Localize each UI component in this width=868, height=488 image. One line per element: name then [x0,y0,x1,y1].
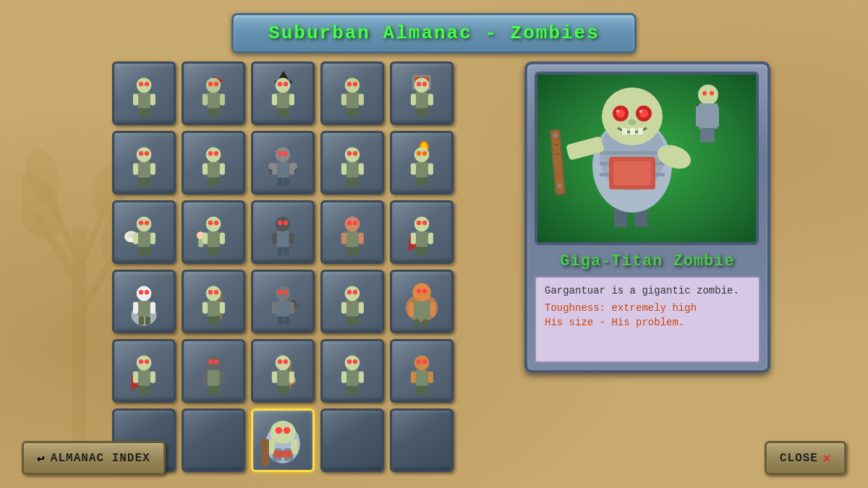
zombie-slot-5[interactable] [390,61,454,125]
svg-rect-215 [284,386,289,395]
svg-rect-51 [411,94,416,106]
svg-point-148 [139,290,143,294]
svg-point-158 [214,290,218,294]
zombie-slot-1[interactable] [112,61,176,125]
svg-line-1 [36,213,80,286]
svg-rect-165 [276,300,289,316]
zombie-slot-18[interactable] [251,270,315,333]
zombie-slot-25[interactable] [390,339,454,403]
svg-point-156 [206,286,221,301]
svg-rect-80 [278,178,283,187]
svg-rect-98 [417,178,422,187]
svg-point-250 [710,91,714,95]
zombie-slot-4[interactable] [320,61,384,125]
svg-rect-92 [415,161,428,177]
svg-rect-216 [346,369,359,385]
svg-rect-205 [215,386,220,395]
almanac-index-button[interactable]: ↩ ALMANAC INDEX [22,441,166,475]
svg-point-140 [422,221,427,225]
svg-rect-177 [341,302,346,314]
svg-point-94 [417,151,421,155]
zombie-slot-13[interactable]: Z [251,200,315,264]
svg-rect-33 [272,94,277,106]
svg-rect-196 [139,386,144,395]
zombie-slot-14[interactable] [320,200,384,264]
svg-point-10 [137,78,152,93]
svg-rect-82 [346,161,359,177]
zombie-slot-2[interactable] [182,61,245,125]
zombie-slot-8[interactable] [251,131,315,194]
svg-point-193 [145,359,149,364]
svg-rect-203 [220,372,225,383]
svg-point-105 [145,221,149,225]
svg-rect-0 [72,228,87,445]
zombie-slot-15[interactable] [390,200,454,264]
svg-rect-228 [411,372,416,383]
zombie-slot-21[interactable] [112,339,176,403]
zombie-slot-19[interactable] [320,270,384,333]
svg-point-50 [422,82,427,86]
svg-point-268 [639,110,642,113]
svg-point-75 [276,147,291,163]
svg-rect-223 [354,386,359,395]
svg-point-20 [206,78,221,93]
svg-point-30 [276,78,291,93]
zombie-slot-10[interactable] [390,131,454,194]
zombie-slot-3[interactable] [251,61,315,125]
zombie-note: His size - His problem. [545,317,750,328]
svg-line-4 [80,199,109,271]
svg-rect-151 [150,302,156,314]
svg-rect-171 [278,317,283,325]
zombie-slot-24[interactable] [320,339,384,403]
svg-rect-269 [622,128,627,134]
zombie-slot-11[interactable] [112,200,176,264]
close-label: CLOSE [780,452,818,465]
zombie-slot-23[interactable] [251,339,315,403]
svg-rect-208 [276,369,289,385]
svg-point-132 [353,221,357,225]
svg-rect-79 [289,163,294,175]
svg-rect-43 [347,108,352,117]
svg-rect-25 [208,108,213,117]
svg-point-267 [616,110,619,113]
zombie-slot-20[interactable] [390,270,454,333]
svg-rect-153 [145,317,150,325]
svg-rect-134 [359,233,364,244]
svg-rect-173 [346,300,359,316]
svg-point-209 [276,356,291,371]
zombie-slot-9[interactable] [320,131,384,194]
zombie-image-background [537,74,756,242]
svg-rect-37 [346,92,359,108]
svg-point-21 [208,82,213,86]
zombie-slot-6[interactable] [112,131,176,194]
svg-rect-142 [428,233,433,244]
svg-point-93 [414,147,430,163]
svg-rect-143 [417,247,422,256]
svg-point-39 [347,82,352,86]
svg-point-66 [214,151,218,155]
svg-rect-87 [359,163,364,175]
zombie-slot-22[interactable] [182,339,245,403]
svg-rect-16 [145,108,150,117]
svg-point-157 [208,290,213,294]
zombie-slot-17[interactable] [182,270,245,333]
svg-point-77 [284,151,288,155]
close-button[interactable]: CLOSE ✕ [765,441,846,475]
svg-rect-194 [133,372,138,383]
svg-rect-247 [700,128,707,142]
zombie-slot-7[interactable] [182,131,245,194]
svg-point-226 [417,359,421,364]
zombie-info-box: Gargantuar is a gigantic zombie. Toughne… [535,276,760,363]
svg-rect-144 [423,247,428,256]
svg-rect-23 [203,94,208,106]
svg-point-57 [139,151,143,155]
svg-point-219 [353,359,357,364]
svg-rect-261 [613,161,651,185]
svg-point-58 [145,151,149,155]
svg-rect-159 [203,302,208,314]
svg-rect-67 [203,163,208,175]
zombie-slot-12[interactable] [182,200,245,264]
zombie-slot-16[interactable] [112,270,176,333]
svg-point-167 [278,290,282,294]
svg-rect-195 [150,372,156,383]
